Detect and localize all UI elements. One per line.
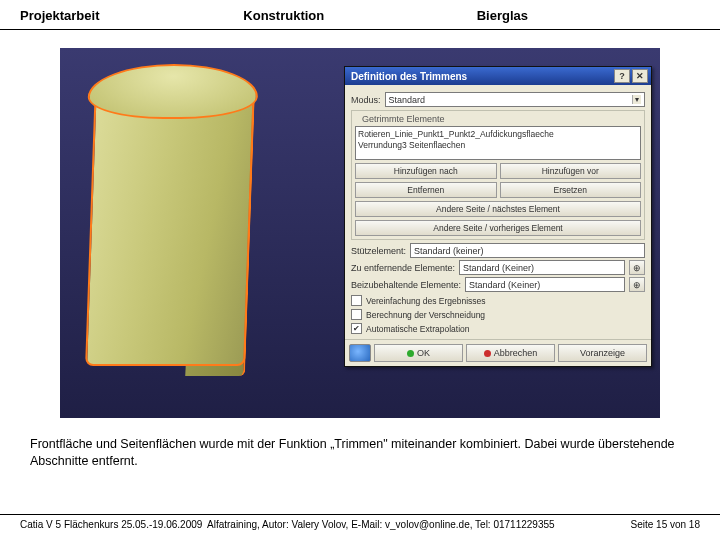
footer-page: Seite 15 von 18 [581,519,700,530]
trimmed-elements-group-label: Getrimmte Elemente [359,114,448,124]
keep-elements-label: Beizubehaltende Elemente: [351,280,461,290]
list-item[interactable]: Verrundung3 Seitenflaechen [358,140,638,151]
trimmed-surface-model [70,56,280,391]
list-item[interactable]: Rotieren_Linie_Punkt1_Punkt2_Aufdickungs… [358,129,638,140]
header-mid: Konstruktion [243,8,466,23]
extrapolate-checkbox[interactable]: ✔ [351,323,362,334]
remove-elements-label: Zu entfernende Elemente: [351,263,455,273]
support-label: Stützelement: [351,246,406,256]
footer-author: Alfatraining, Autor: Valery Volov, E-Mai… [207,519,581,530]
intersect-checkbox[interactable] [351,309,362,320]
mode-combo[interactable]: Standard [385,92,645,107]
intersect-label: Berechnung der Verschneidung [366,310,485,320]
dialog-titlebar[interactable]: Definition des Trimmens ? ✕ [345,67,651,85]
page-footer: Catia V 5 Flächenkurs 25.05.-19.06.2009 … [0,514,720,530]
context-icon [349,344,371,362]
help-button[interactable]: ? [614,69,630,83]
add-after-button[interactable]: Hinzufügen nach [355,163,497,179]
add-before-button[interactable]: Hinzufügen vor [500,163,642,179]
remove-elements-field[interactable]: Standard (Keiner) [459,260,625,275]
slide-caption: Frontfläche und Seitenflächen wurde mit … [0,418,720,470]
header-right: Bierglas [467,8,700,23]
other-side-prev-button[interactable]: Andere Seite / vorheriges Element [355,220,641,236]
support-field[interactable]: Standard (keiner) [410,243,645,258]
replace-button[interactable]: Ersetzen [500,182,642,198]
footer-course: Catia V 5 Flächenkurs 25.05.-19.06.2009 [20,519,207,530]
other-side-next-button[interactable]: Andere Seite / nächstes Element [355,201,641,217]
dialog-title: Definition des Trimmens [351,71,612,82]
page-header: Projektarbeit Konstruktion Bierglas [0,0,720,30]
remove-button[interactable]: Entfernen [355,182,497,198]
trimmed-elements-list[interactable]: Rotieren_Linie_Punkt1_Punkt2_Aufdickungs… [355,126,641,160]
extrapolate-label: Automatische Extrapolation [366,324,469,334]
header-left: Projektarbeit [20,8,243,23]
close-button[interactable]: ✕ [632,69,648,83]
simplify-label: Vereinfachung des Ergebnisses [366,296,486,306]
keep-elements-picker-icon[interactable]: ⊕ [629,277,645,292]
cancel-button[interactable]: Abbrechen [466,344,555,362]
ok-icon [407,350,414,357]
simplify-checkbox[interactable] [351,295,362,306]
cancel-icon [484,350,491,357]
trim-definition-dialog: Definition des Trimmens ? ✕ Modus: Stand… [344,66,652,367]
keep-elements-field[interactable]: Standard (Keiner) [465,277,625,292]
preview-button[interactable]: Voranzeige [558,344,647,362]
remove-elements-picker-icon[interactable]: ⊕ [629,260,645,275]
ok-button[interactable]: OK [374,344,463,362]
mode-label: Modus: [351,95,381,105]
3d-viewport[interactable]: Definition des Trimmens ? ✕ Modus: Stand… [60,48,660,418]
